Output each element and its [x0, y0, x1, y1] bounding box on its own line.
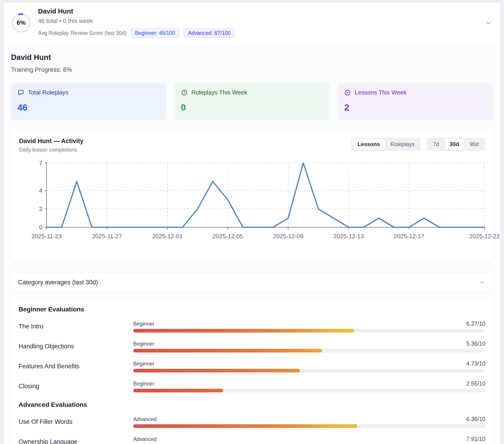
stat-card-total-roleplays: Total Roleplays 46: [11, 83, 166, 120]
main-content: David Hunt Training Progress: 6% Total R…: [4, 43, 500, 444]
stat-label: Total Roleplays: [28, 89, 68, 96]
evaluation-row-use-of-filler-words: Use Of Filler Words Advanced 6.36/10: [18, 411, 486, 431]
advanced-score-badge: Advanced: 67/100: [184, 28, 235, 38]
chevron-down-icon[interactable]: [479, 279, 486, 286]
evaluations-card: Beginner Evaluations The Intro Beginner …: [11, 298, 493, 444]
evaluation-level-label: Advanced: [133, 436, 157, 442]
svg-text:2025-11-23: 2025-11-23: [31, 233, 61, 240]
evaluation-name: Handling Objections: [18, 343, 133, 350]
score-bar-fill: [133, 424, 357, 428]
chart-controls: LessonsRoleplays 7d30d90d: [351, 138, 485, 151]
score-bar-fill: [133, 369, 300, 372]
stat-card-lessons-this-week: Lessons This Week 2: [338, 83, 493, 120]
page: 6% David Hunt 46 total • 0 this week Avg…: [0, 0, 504, 444]
evaluation-bar-area: Beginner 5.36/10: [133, 340, 486, 352]
header-text: David Hunt 46 total • 0 this week Avg Ro…: [38, 8, 477, 38]
evaluation-level-label: Beginner: [133, 361, 154, 367]
toggle-lessons[interactable]: Lessons: [352, 139, 385, 150]
evaluation-score: 2.55/10: [466, 380, 486, 387]
category-averages-title: Category averages (last 30d): [18, 279, 98, 286]
stat-value: 0: [181, 103, 323, 113]
svg-text:0: 0: [39, 224, 42, 231]
toggle-range-30d[interactable]: 30d: [445, 139, 464, 150]
stat-card-roleplays-this-week: Roleplays This Week 0: [175, 83, 330, 120]
training-progress-text: Training Progress: 6%: [11, 66, 493, 74]
evaluation-row-handling-objections: Handling Objections Beginner 5.36/10: [18, 335, 486, 355]
chart-subtitle: Daily lesson completions: [19, 147, 83, 153]
evaluation-bar-area: Advanced 7.91/10: [133, 436, 486, 444]
progress-percent: 6%: [11, 13, 31, 33]
header-summary: 46 total • 0 this week: [38, 18, 477, 24]
evaluation-score: 7.91/10: [466, 436, 486, 442]
range-toggle-group: 7d30d90d: [427, 138, 485, 151]
svg-text:2025-12-01: 2025-12-01: [152, 233, 182, 240]
stat-card-header: Total Roleplays: [18, 89, 160, 96]
svg-text:2025-12-09: 2025-12-09: [273, 233, 303, 240]
score-bar-track: [133, 349, 486, 352]
evaluation-level-label: Beginner: [133, 341, 154, 347]
evaluation-name: Features And Benefits: [18, 363, 133, 370]
stat-card-header: Lessons This Week: [344, 89, 486, 96]
toggle-range-90d[interactable]: 90d: [465, 139, 484, 150]
evaluation-row-ownership-language: Ownership Language Advanced 7.91/10: [18, 431, 486, 444]
evaluation-name: Closing: [18, 383, 133, 390]
evaluation-bar-area: Advanced 6.36/10: [133, 416, 486, 428]
evaluation-row-features-and-benefits: Features And Benefits Beginner 4.73/10: [18, 355, 486, 375]
chart-title: David Hunt — Activity: [19, 138, 83, 145]
svg-text:2025-12-22: 2025-12-22: [469, 233, 500, 240]
page-title: David Hunt: [11, 53, 493, 62]
stat-card-header: Roleplays This Week: [181, 89, 323, 96]
section-title-beginner-evaluations: Beginner Evaluations: [18, 306, 486, 313]
chart-header: David Hunt — Activity Daily lesson compl…: [17, 136, 487, 153]
category-averages-card[interactable]: Category averages (last 30d): [11, 273, 493, 292]
score-bar-fill: [133, 389, 223, 392]
evaluation-score: 6.27/10: [466, 320, 486, 327]
svg-text:2: 2: [39, 205, 42, 212]
score-bar-track: [133, 329, 486, 333]
evaluation-name: The Intro: [18, 323, 133, 330]
evaluation-level-label: Advanced: [133, 416, 157, 423]
evaluation-score: 6.36/10: [466, 416, 486, 423]
stat-label: Roleplays This Week: [191, 89, 247, 96]
score-bar-fill: [133, 329, 354, 333]
evaluation-bar-area: Beginner 2.55/10: [133, 380, 486, 392]
header-meta: Avg Roleplay Review Score (last 30d) Beg…: [38, 28, 477, 38]
progress-ring: 6%: [11, 13, 31, 33]
clock-icon: [181, 89, 188, 96]
profile-header-card[interactable]: 6% David Hunt 46 total • 0 this week Avg…: [4, 2, 500, 43]
score-bar-track: [133, 369, 486, 372]
evaluation-score: 4.73/10: [466, 360, 486, 367]
header-user-name: David Hunt: [38, 8, 477, 15]
svg-text:2025-12-13: 2025-12-13: [333, 233, 364, 240]
section-title-advanced-evaluations: Advanced Evaluations: [18, 401, 486, 408]
evaluation-level-label: Beginner: [133, 321, 154, 327]
toggle-range-7d[interactable]: 7d: [428, 139, 444, 150]
stats-row: Total Roleplays 46 Roleplays This Week 0…: [11, 83, 493, 120]
svg-text:4: 4: [39, 187, 42, 194]
content-container: 6% David Hunt 46 total • 0 this week Avg…: [3, 2, 501, 444]
activity-chart-card: David Hunt — Activity Daily lesson compl…: [11, 130, 493, 261]
chat-bubble-icon: [18, 89, 24, 96]
score-bar-track: [133, 389, 486, 392]
series-toggle-group: LessonsRoleplays: [351, 138, 421, 151]
stat-value: 46: [18, 103, 160, 113]
beginner-score-badge: Beginner: 45/100: [131, 28, 180, 38]
evaluation-name: Ownership Language: [18, 438, 133, 444]
activity-line-chart: 02472025-11-232025-11-272025-12-012025-1…: [17, 156, 490, 258]
score-bar-track: [133, 424, 486, 428]
evaluation-row-the-intro: The Intro Beginner 6.27/10: [18, 315, 486, 335]
evaluation-bar-area: Beginner 6.27/10: [133, 320, 486, 333]
evaluation-score: 5.36/10: [466, 340, 486, 347]
evaluation-row-closing: Closing Beginner 2.55/10: [18, 375, 486, 395]
chart-titles: David Hunt — Activity Daily lesson compl…: [19, 138, 83, 153]
toggle-roleplays[interactable]: Roleplays: [385, 139, 420, 150]
evaluation-level-label: Beginner: [133, 381, 154, 387]
stat-label: Lessons This Week: [355, 89, 407, 96]
avg-score-label: Avg Roleplay Review Score (last 30d): [38, 30, 126, 36]
check-circle-icon: [344, 89, 351, 96]
score-bar-fill: [133, 349, 322, 352]
chevron-down-icon[interactable]: [484, 19, 493, 27]
stat-value: 2: [344, 103, 486, 113]
svg-text:2025-12-05: 2025-12-05: [213, 233, 243, 240]
svg-text:2025-11-27: 2025-11-27: [92, 233, 122, 240]
